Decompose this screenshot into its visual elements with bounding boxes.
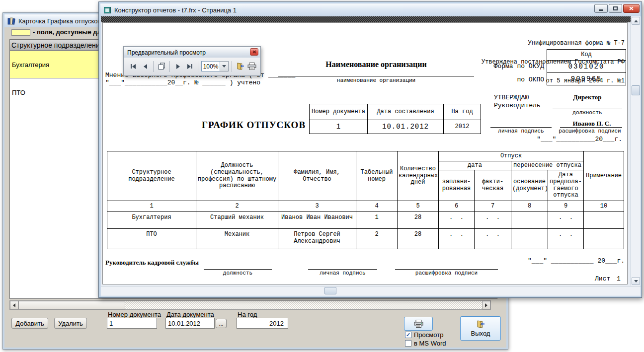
exit-button[interactable]: Выход (460, 316, 501, 341)
screen: Карточка Графика отпусков - поля, доступ… (0, 0, 644, 352)
minimize-icon (599, 9, 603, 11)
delete-button[interactable]: Удалить (54, 318, 87, 329)
name-caption: расшифровка подписи (558, 129, 622, 135)
doc-date-header: Дата составления (368, 104, 444, 120)
footer-date: "___" ___________ 20___г. (528, 258, 622, 265)
close-preview-button[interactable] (234, 61, 246, 72)
pages-icon (158, 63, 165, 70)
minimize-button[interactable] (594, 4, 608, 13)
okud-value: 0301020 (547, 61, 626, 73)
doc-number-input[interactable] (107, 318, 157, 329)
report-window: Конструктор отчетов - t7.frx - Страница … (98, 1, 642, 298)
doc-number-value: 1 (310, 120, 368, 134)
report-horizontal-scrollbar[interactable] (101, 286, 641, 295)
prev-page-button[interactable] (139, 61, 151, 72)
head-label: Руководитель (494, 102, 541, 109)
report-icon (103, 6, 111, 14)
check-mark: ✓ (406, 332, 410, 338)
close-button[interactable] (623, 4, 640, 13)
union-opinion-line2: "___"___________20__г. № ______ ) учтено (105, 79, 260, 86)
cell: Бухгалтерия (107, 212, 196, 229)
form-ref-line1: Унифицированная форма № Т-7 (482, 40, 625, 47)
scroll-up-button[interactable] (632, 17, 640, 25)
doc-year-header: На год (444, 104, 481, 120)
header-actual: факти- ческая (475, 170, 511, 201)
report-vertical-scrollbar[interactable] (631, 16, 641, 285)
scroll-right-button[interactable] (482, 301, 490, 309)
doc-year-value: 2012 (444, 120, 481, 134)
card-horizontal-scrollbar[interactable] (9, 300, 491, 310)
add-button[interactable]: Добавить (11, 318, 48, 329)
cell (511, 229, 548, 249)
next-page-button[interactable] (172, 61, 184, 72)
table-row: Бухгалтерия Старший механик Иванов Иван … (107, 212, 624, 229)
scroll-down-button[interactable] (632, 277, 640, 285)
approve-label: УТВЕРЖДАЮ (494, 94, 529, 101)
preview-checkbox[interactable]: ✓ Просмотр (405, 331, 443, 339)
org-name-caption: наименование организации (278, 78, 474, 84)
date-browse-button[interactable]: ... (216, 319, 227, 328)
prev-page-icon (144, 64, 147, 69)
col-num: 5 (398, 201, 439, 212)
col-num: 4 (356, 201, 398, 212)
report-window-titlebar[interactable]: Конструктор отчетов - t7.frx - Страница … (100, 3, 640, 16)
header-days: Количество календарных дней (398, 151, 439, 201)
toolbar-separator (198, 61, 198, 72)
grid-row-buhgalteria[interactable]: Бухгалтерия (10, 51, 109, 78)
cell: 28 (398, 212, 439, 229)
year-label: На год (238, 311, 257, 318)
down-arrow-icon (634, 280, 638, 282)
header-vacation: Отпуск (439, 151, 584, 161)
toolbar-separator (169, 61, 170, 72)
first-page-button[interactable] (127, 61, 139, 72)
toolbar-separator (153, 61, 154, 72)
header-date-group: дата (439, 161, 511, 170)
col-num: 9 (548, 201, 584, 212)
header-department: Структурное подразделение (107, 151, 196, 201)
preview-toolbar-titlebar[interactable]: Предварительный просмотр (124, 47, 260, 58)
table-row: ПТО Механик Петров Сергей Александрович … (107, 229, 624, 249)
footer-line1 (204, 269, 272, 270)
doc-date-input[interactable] (165, 318, 215, 329)
close-icon (629, 6, 634, 10)
header-position: Должность (специальность, профессия) по … (196, 151, 278, 201)
cell (511, 212, 548, 229)
doc-number-label: Номер документа (108, 311, 161, 318)
left-arrow-icon (13, 303, 15, 307)
maximize-button[interactable] (609, 4, 622, 13)
header-fio: Фамилия, Имя, Отчество (278, 151, 356, 201)
zoom-dropdown-button[interactable] (220, 61, 229, 71)
books-icon (7, 17, 15, 25)
msword-checkbox[interactable]: в MS Word (405, 340, 446, 347)
org-name: Наименование организации (278, 61, 474, 69)
pages-button[interactable] (156, 61, 167, 72)
printer-icon (414, 320, 423, 328)
year-input[interactable] (237, 318, 288, 329)
grid-row-pto[interactable]: ПТО (10, 79, 109, 106)
header-supposed-date: Дата предпола- гаемого отпуска (548, 170, 584, 201)
cell: 28 (398, 229, 439, 249)
vertical-scroll-thumb[interactable] (632, 85, 640, 95)
zoom-combobox[interactable]: 100% (201, 61, 229, 71)
cell: ПТО (107, 229, 196, 249)
first-page-icon (131, 64, 136, 69)
position-line (553, 109, 622, 109)
card-window-title: Карточка Графика отпусков (18, 17, 101, 25)
preview-close-button[interactable] (250, 48, 258, 56)
sign-caption: личная подпись (490, 129, 552, 135)
horizontal-scroll-thumb[interactable] (324, 287, 336, 294)
preview-checkbox-label: Просмотр (414, 331, 443, 339)
print-button[interactable] (404, 317, 433, 331)
code-table: Код 0301020 909965 (547, 49, 626, 85)
grid-column-header[interactable]: Структурное подразделение (10, 40, 109, 51)
cell: . . (548, 212, 584, 229)
scroll-thumb[interactable] (18, 301, 125, 309)
print-toolbar-button[interactable] (246, 61, 258, 72)
col-num: 6 (439, 201, 475, 212)
okpo-label: по ОКПО (446, 76, 544, 83)
cell: Петров Сергей Александрович (278, 229, 356, 249)
preview-background (101, 16, 631, 22)
col-num: 1 (107, 201, 196, 212)
last-page-button[interactable] (184, 61, 196, 72)
scroll-left-button[interactable] (10, 301, 18, 309)
